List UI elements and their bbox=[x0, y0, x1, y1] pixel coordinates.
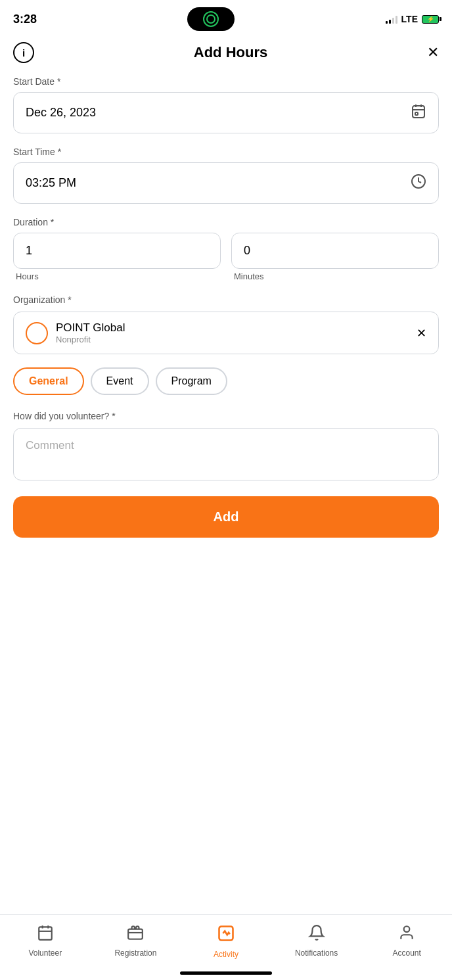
hours-value: 1 bbox=[26, 244, 32, 257]
svg-rect-0 bbox=[413, 106, 424, 118]
nav-activity-label: Activity bbox=[214, 950, 238, 959]
info-button[interactable]: i bbox=[13, 42, 34, 63]
page-title: Add Hours bbox=[194, 44, 267, 61]
org-left: POINT Global Nonprofit bbox=[26, 321, 125, 344]
nav-volunteer[interactable]: Volunteer bbox=[22, 924, 68, 958]
nav-activity[interactable]: Activity bbox=[203, 924, 249, 959]
org-remove-button[interactable]: ✕ bbox=[417, 326, 426, 340]
nav-volunteer-label: Volunteer bbox=[28, 948, 62, 958]
type-event-button[interactable]: Event bbox=[91, 367, 149, 395]
minutes-value: 0 bbox=[244, 244, 250, 257]
start-time-field[interactable]: 03:25 PM bbox=[13, 162, 439, 204]
start-time-label: Start Time * bbox=[13, 147, 439, 157]
form-content: Start Date * Dec 26, 2023 Start Time * 0… bbox=[0, 76, 452, 551]
duration-sublabels: Hours Minutes bbox=[13, 271, 439, 281]
notifications-icon bbox=[308, 924, 325, 945]
organization-field[interactable]: POINT Global Nonprofit ✕ bbox=[13, 312, 439, 354]
svg-rect-6 bbox=[39, 927, 52, 940]
add-button[interactable]: Add bbox=[13, 496, 439, 538]
hours-field[interactable]: 1 bbox=[13, 233, 221, 269]
account-icon bbox=[398, 924, 415, 945]
nav-account-label: Account bbox=[392, 948, 420, 958]
type-button-group: General Event Program bbox=[13, 367, 439, 395]
nav-notifications-label: Notifications bbox=[295, 948, 338, 958]
app-icon bbox=[203, 11, 219, 27]
start-time-value: 03:25 PM bbox=[26, 176, 76, 190]
duration-row: 1 0 bbox=[13, 233, 439, 269]
nav-registration-label: Registration bbox=[114, 948, 156, 958]
svg-rect-10 bbox=[129, 929, 143, 939]
start-date-value: Dec 26, 2023 bbox=[26, 106, 96, 120]
start-date-label: Start Date * bbox=[13, 76, 439, 87]
comment-placeholder: Comment bbox=[26, 439, 74, 452]
nav-account[interactable]: Account bbox=[384, 924, 430, 958]
home-indicator bbox=[180, 971, 272, 975]
org-name: POINT Global bbox=[56, 321, 125, 335]
calendar-icon bbox=[411, 103, 426, 122]
minutes-label: Minutes bbox=[231, 271, 439, 281]
page-header: i Add Hours ✕ bbox=[0, 35, 452, 74]
hours-label: Hours bbox=[13, 271, 221, 281]
duration-label: Duration * bbox=[13, 217, 439, 227]
battery-icon: ⚡ bbox=[422, 15, 439, 24]
type-program-button[interactable]: Program bbox=[156, 367, 227, 395]
status-bar: 3:28 LTE ⚡ bbox=[0, 0, 452, 35]
minutes-field[interactable]: 0 bbox=[231, 233, 439, 269]
bottom-nav: Volunteer Registration Activity bbox=[0, 914, 452, 980]
status-right: LTE ⚡ bbox=[386, 14, 439, 24]
svg-point-13 bbox=[404, 926, 410, 932]
org-type: Nonprofit bbox=[56, 335, 125, 344]
type-general-button[interactable]: General bbox=[13, 367, 84, 395]
nav-notifications[interactable]: Notifications bbox=[294, 924, 340, 958]
clock-icon bbox=[411, 174, 426, 193]
status-time: 3:28 bbox=[13, 12, 37, 26]
registration-icon bbox=[127, 924, 144, 945]
comment-field[interactable]: Comment bbox=[13, 428, 439, 480]
how-volunteer-label: How did you volunteer? * bbox=[13, 411, 439, 421]
close-button[interactable]: ✕ bbox=[427, 44, 439, 61]
svg-rect-4 bbox=[415, 112, 418, 115]
activity-icon bbox=[217, 924, 235, 946]
volunteer-icon bbox=[37, 924, 54, 945]
start-date-field[interactable]: Dec 26, 2023 bbox=[13, 92, 439, 133]
org-text: POINT Global Nonprofit bbox=[56, 321, 125, 344]
signal-icon bbox=[386, 14, 397, 24]
organization-label: Organization * bbox=[13, 294, 439, 305]
lte-label: LTE bbox=[401, 14, 418, 24]
status-center-pill bbox=[187, 7, 235, 31]
nav-registration[interactable]: Registration bbox=[112, 924, 158, 958]
org-circle-icon bbox=[26, 322, 48, 344]
